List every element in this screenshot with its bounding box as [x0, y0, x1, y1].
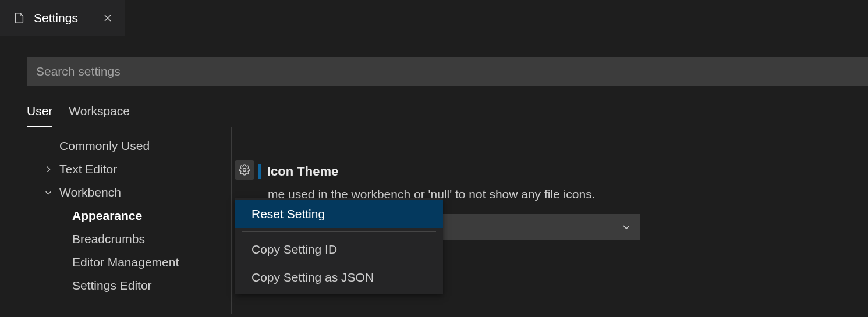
tree-item-appearance[interactable]: Appearance: [27, 204, 231, 227]
tab-user[interactable]: User: [27, 104, 52, 127]
chevron-right-icon: [42, 165, 55, 173]
context-menu: Reset Setting Copy Setting ID Copy Setti…: [235, 198, 443, 294]
menu-copy-setting-id[interactable]: Copy Setting ID: [235, 236, 443, 263]
scope-tabs: User Workspace: [27, 104, 868, 127]
tree-item-label: Text Editor: [59, 162, 117, 176]
tab-settings[interactable]: Settings: [0, 0, 125, 36]
chevron-down-icon: [622, 222, 631, 231]
close-icon[interactable]: [102, 13, 113, 23]
modified-indicator: [258, 164, 261, 179]
gear-icon[interactable]: [235, 160, 254, 180]
menu-copy-setting-json[interactable]: Copy Setting as JSON: [235, 263, 443, 291]
tree-item-breadcrumbs[interactable]: Breadcrumbs: [27, 227, 231, 251]
tree-item-workbench[interactable]: Workbench: [27, 181, 231, 204]
tab-title: Settings: [34, 11, 78, 25]
settings-tree: Commonly Used Text Editor Workbench Appe…: [27, 127, 232, 314]
tree-item-label: Workbench: [59, 186, 121, 200]
tree-item-commonly-used[interactable]: Commonly Used: [27, 134, 231, 158]
setting-title: Icon Theme: [267, 164, 338, 179]
tree-item-editor-management[interactable]: Editor Management: [27, 251, 231, 274]
file-icon: [13, 12, 26, 24]
tree-item-text-editor[interactable]: Text Editor: [27, 158, 231, 181]
tree-item-settings-editor[interactable]: Settings Editor: [27, 274, 231, 297]
menu-reset-setting[interactable]: Reset Setting: [235, 200, 443, 228]
svg-point-0: [243, 169, 246, 172]
tab-workspace[interactable]: Workspace: [69, 104, 130, 127]
chevron-down-icon: [42, 188, 55, 197]
menu-separator: [242, 231, 436, 232]
tab-bar: Settings: [0, 0, 868, 36]
search-input[interactable]: [27, 57, 868, 86]
